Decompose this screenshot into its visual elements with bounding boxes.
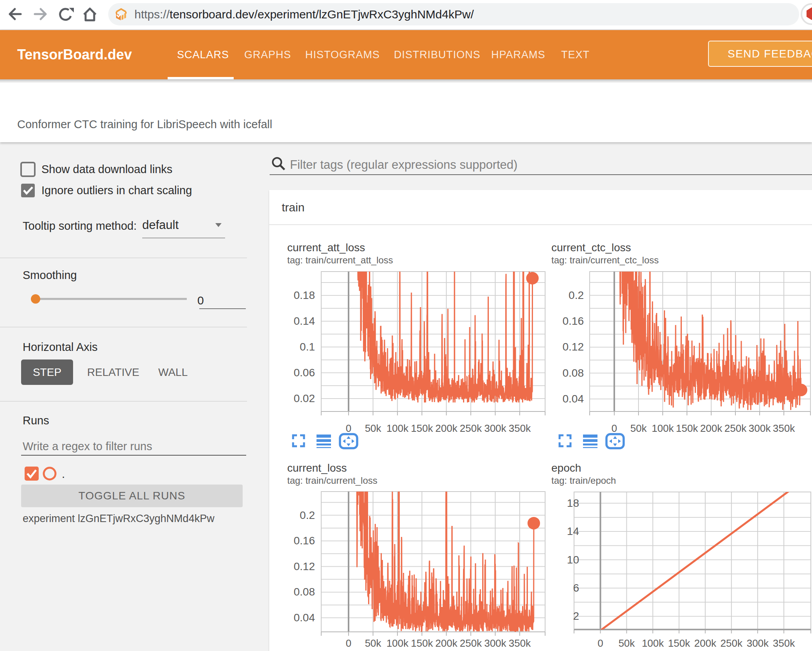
svg-text:150k: 150k	[676, 422, 698, 434]
svg-text:0.2: 0.2	[300, 509, 315, 521]
svg-text:50k: 50k	[365, 637, 382, 649]
svg-text:350k: 350k	[509, 422, 531, 434]
svg-text:0.04: 0.04	[294, 612, 315, 624]
svg-text:0: 0	[612, 422, 617, 434]
svg-text:0.08: 0.08	[294, 586, 315, 598]
svg-text:0.08: 0.08	[563, 367, 584, 379]
svg-text:200k: 200k	[435, 637, 458, 649]
svg-text:0.18: 0.18	[294, 289, 315, 301]
svg-text:0.04: 0.04	[563, 393, 584, 405]
svg-text:18: 18	[567, 497, 579, 509]
svg-text:6: 6	[573, 582, 579, 594]
svg-text:100k: 100k	[386, 422, 409, 434]
svg-text:0.06: 0.06	[294, 367, 315, 379]
svg-text:14: 14	[567, 525, 579, 537]
svg-text:200k: 200k	[435, 422, 458, 434]
svg-text:200k: 200k	[700, 422, 723, 434]
svg-text:10: 10	[567, 554, 579, 566]
svg-text:200k: 200k	[694, 637, 717, 649]
svg-text:250k: 250k	[724, 422, 747, 434]
svg-text:100k: 100k	[642, 637, 664, 649]
svg-text:150k: 150k	[411, 422, 433, 434]
svg-text:350k: 350k	[509, 637, 531, 649]
svg-text:0: 0	[597, 637, 603, 649]
svg-text:150k: 150k	[668, 637, 690, 649]
svg-text:300k: 300k	[484, 637, 506, 649]
svg-text:100k: 100k	[386, 637, 409, 649]
svg-text:350k: 350k	[773, 422, 795, 434]
svg-text:250k: 250k	[460, 637, 482, 649]
svg-text:0.02: 0.02	[294, 392, 315, 404]
svg-text:0.1: 0.1	[300, 341, 315, 353]
svg-text:0.16: 0.16	[294, 535, 315, 547]
svg-text:100k: 100k	[652, 422, 674, 434]
svg-text:50k: 50k	[619, 637, 635, 649]
svg-text:0: 0	[346, 637, 351, 649]
svg-text:50k: 50k	[365, 422, 382, 434]
svg-text:350k: 350k	[773, 637, 795, 649]
svg-text:300k: 300k	[747, 637, 769, 649]
svg-text:2: 2	[573, 610, 579, 622]
svg-text:250k: 250k	[460, 422, 482, 434]
svg-text:300k: 300k	[484, 422, 506, 434]
svg-text:50k: 50k	[630, 422, 647, 434]
svg-text:0.2: 0.2	[569, 289, 584, 301]
svg-text:0.14: 0.14	[294, 315, 315, 327]
svg-text:0.16: 0.16	[563, 315, 584, 327]
svg-text:150k: 150k	[411, 637, 433, 649]
svg-text:0: 0	[346, 422, 351, 434]
svg-text:300k: 300k	[749, 422, 771, 434]
svg-text:0.12: 0.12	[294, 560, 315, 572]
svg-text:0.12: 0.12	[563, 341, 584, 353]
svg-text:250k: 250k	[721, 637, 743, 649]
